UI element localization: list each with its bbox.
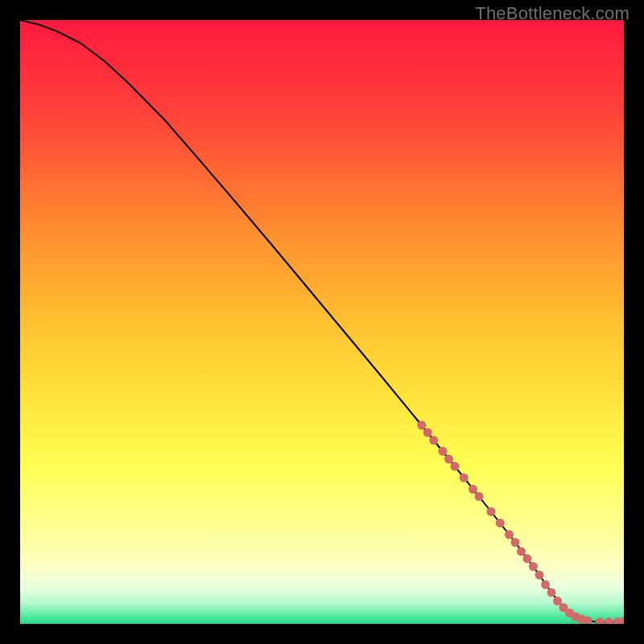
- highlight-point: [547, 588, 556, 597]
- highlight-point: [439, 447, 448, 456]
- highlight-point: [511, 538, 520, 547]
- chart-frame: TheBottleneck.com: [0, 0, 644, 644]
- highlight-point: [517, 547, 526, 556]
- highlight-point: [487, 507, 496, 516]
- highlight-point: [475, 492, 484, 501]
- highlight-point: [423, 428, 432, 437]
- highlight-point: [460, 473, 469, 482]
- highlight-point: [505, 530, 514, 539]
- highlight-point: [444, 455, 453, 464]
- highlight-point: [417, 421, 426, 430]
- highlight-point: [469, 485, 477, 493]
- highlight-point: [541, 580, 550, 589]
- highlight-point: [496, 518, 505, 527]
- highlight-point: [553, 597, 562, 605]
- highlight-point: [523, 555, 532, 564]
- highlight-point: [451, 462, 460, 471]
- gradient-background: [20, 20, 624, 624]
- highlight-point: [429, 436, 438, 445]
- highlight-point: [529, 562, 538, 571]
- plot-area: [20, 20, 624, 624]
- highlight-point: [535, 571, 544, 580]
- chart-svg: [20, 20, 624, 624]
